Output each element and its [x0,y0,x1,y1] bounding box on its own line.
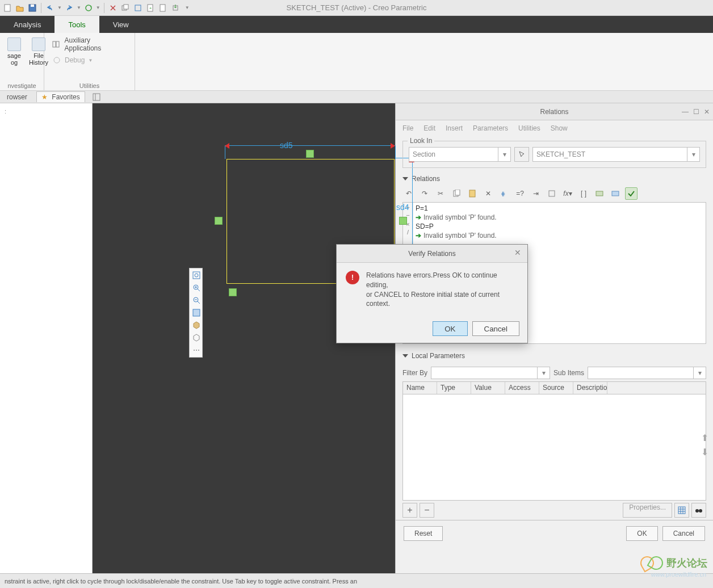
more-views-icon[interactable] [191,345,202,356]
provide-value-icon[interactable]: =? [514,187,526,200]
regen-dropdown-icon[interactable]: ▼ [96,5,100,10]
msg-log-label: sage og [7,52,21,66]
open-icon[interactable] [15,3,25,13]
reset-button[interactable]: Reset [404,526,443,541]
dialog-title-bar[interactable]: Verify Relations ✕ [337,245,527,263]
col-value[interactable]: Value [471,382,505,394]
move-down-icon[interactable]: ⬇ [701,447,708,457]
tab-tools[interactable]: Tools [54,16,99,33]
qat-dropdown-icon[interactable]: ▼ [185,5,190,10]
aux-apps-button[interactable]: Auxiliary Applications [50,35,129,53]
binoculars-icon[interactable] [691,503,706,518]
parameters-table[interactable]: Name Type Value Access Source Descriptio [402,381,706,501]
export-icon[interactable] [170,3,181,13]
windows-icon[interactable] [120,3,131,13]
add-param-button[interactable]: + [402,503,417,518]
relations-section-header[interactable]: Relations [396,173,713,185]
browser-tab[interactable]: rowser [2,92,32,102]
brackets-icon[interactable]: [ ] [577,187,590,200]
svg-rect-29 [612,191,619,196]
redo-icon[interactable] [64,3,74,13]
menu-insert[interactable]: Insert [446,124,463,132]
lookin-name-combo[interactable]: SKETCH_TEST ▾ [532,147,700,162]
constraint-tag[interactable] [215,217,223,225]
menu-show[interactable]: Show [551,124,568,132]
zoom-in-icon[interactable] [191,282,202,293]
close-window-icon[interactable] [108,3,118,13]
show-dim-icon[interactable] [609,187,622,200]
verify-icon[interactable] [625,187,637,200]
units-icon[interactable]: ⋕ [498,187,510,200]
properties-button[interactable]: Properties... [623,503,672,518]
table-view-icon[interactable] [674,503,689,518]
debug-button[interactable]: Debug ▼ [50,54,129,66]
constraint-tag[interactable] [229,288,237,296]
sort-icon[interactable]: ⇥ [530,187,542,200]
minimize-icon[interactable]: — [682,108,689,116]
col-type[interactable]: Type [437,382,471,394]
close-icon[interactable]: ✕ [513,248,523,258]
dialog-cancel-button[interactable]: Cancel [472,321,520,336]
delete-icon[interactable]: ✕ [482,187,494,200]
saved-views-icon[interactable] [191,332,202,343]
menu-utilities[interactable]: Utilities [518,124,540,132]
collapse-arrow-icon [402,354,408,358]
panel-toggle-icon[interactable] [92,93,101,102]
find-icon[interactable] [546,187,558,200]
col-description[interactable]: Descriptio [573,382,607,394]
svg-point-31 [695,509,699,513]
menu-edit[interactable]: Edit [423,124,435,132]
col-access[interactable]: Access [505,382,539,394]
debug-dropdown-icon: ▼ [88,58,93,63]
constraint-tag[interactable] [399,217,407,225]
lookin-label: Look In [408,137,434,145]
copy-icon[interactable] [450,187,463,200]
undo-dropdown-icon[interactable]: ▼ [57,5,62,10]
eval-icon[interactable] [593,187,606,200]
svg-rect-12 [56,41,59,47]
dim-h-label[interactable]: sd5 [280,141,293,150]
undo-icon[interactable] [45,3,55,13]
tool-icon[interactable] [133,3,143,13]
favorites-label: Favorites [52,93,79,101]
maximize-icon[interactable]: ☐ [693,108,699,116]
col-name[interactable]: Name [403,382,437,394]
watermark-url: www.proewildfire.cn [651,571,706,578]
redo-icon[interactable]: ↷ [418,187,431,200]
sub-items-combo[interactable]: ▾ [588,367,706,379]
move-up-icon[interactable]: ⬆ [701,432,708,443]
display-style-icon[interactable] [191,320,202,331]
new-doc-icon[interactable]: + [145,3,156,13]
message-log-button[interactable]: sage og [6,35,23,68]
menu-parameters[interactable]: Parameters [473,124,508,132]
zoom-out-icon[interactable] [191,295,202,306]
refit-icon[interactable] [191,270,202,281]
dialog-ok-button[interactable]: OK [433,321,467,336]
regenerate-icon[interactable] [83,3,94,13]
browser-bar: rowser ★ Favorites [0,91,713,103]
filter-by-combo[interactable]: ▾ [431,367,550,379]
tab-analysis[interactable]: Analysis [0,16,54,33]
menu-file[interactable]: File [402,124,413,132]
save-icon[interactable] [27,3,37,13]
dim-v-label[interactable]: sd4 [396,203,409,212]
remove-param-button[interactable]: − [420,503,434,518]
cut-icon[interactable]: ✂ [434,187,447,200]
lookin-type-combo[interactable]: Section ▾ [409,147,511,162]
paste-icon[interactable] [466,187,479,200]
pick-icon[interactable] [514,147,529,162]
cancel-button[interactable]: Cancel [662,526,705,541]
params-section-header[interactable]: Local Parameters [396,350,713,362]
col-source[interactable]: Source [539,382,573,394]
repaint-icon[interactable] [191,307,202,318]
tab-view[interactable]: View [99,16,142,33]
ok-button[interactable]: OK [626,526,657,541]
function-icon[interactable]: fx▾ [561,187,574,200]
redo-dropdown-icon[interactable]: ▼ [77,5,81,10]
constraint-tag[interactable] [306,150,314,158]
close-icon[interactable]: ✕ [704,108,710,116]
tree-root[interactable]: : [5,108,87,115]
new-icon[interactable] [2,3,12,13]
favorites-tab[interactable]: ★ Favorites [36,91,85,102]
page-icon[interactable] [158,3,168,13]
